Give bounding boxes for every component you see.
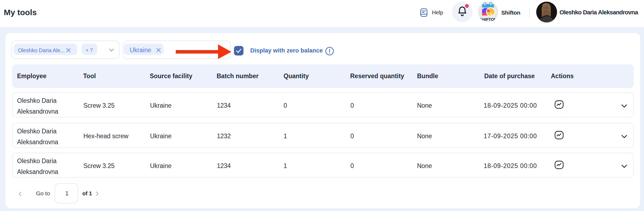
svg-text:SHIFTON: SHIFTON <box>480 17 497 22</box>
